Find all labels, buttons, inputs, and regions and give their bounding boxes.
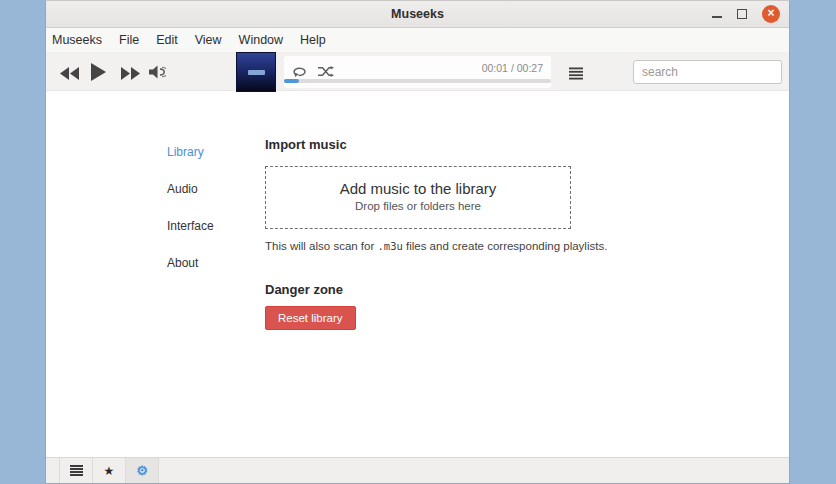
- shuffle-icon: [318, 66, 334, 77]
- menu-file[interactable]: File: [119, 33, 139, 47]
- settings-nav-about[interactable]: About: [167, 256, 214, 270]
- menu-museeks[interactable]: Museeks: [52, 33, 102, 47]
- album-art-thumbnail: [236, 52, 276, 92]
- settings-nav-interface[interactable]: Interface: [167, 219, 214, 233]
- gear-icon: ⚙: [136, 464, 148, 477]
- maximize-button[interactable]: [737, 9, 747, 19]
- play-icon: [90, 63, 106, 81]
- menubar: Museeks File Edit View Window Help: [46, 28, 789, 53]
- play-button[interactable]: [90, 63, 106, 85]
- next-track-icon: [120, 67, 140, 80]
- scan-note: This will also scan for .m3u files and c…: [265, 240, 607, 252]
- next-track-button[interactable]: [120, 66, 140, 84]
- danger-zone-heading: Danger zone: [265, 282, 343, 297]
- scan-note-filetype: .m3u: [377, 240, 402, 252]
- reset-library-button[interactable]: Reset library: [265, 306, 356, 330]
- import-music-heading: Import music: [265, 137, 347, 152]
- seek-bar[interactable]: [284, 79, 551, 83]
- queue-list-icon: [569, 67, 583, 80]
- settings-nav: Library Audio Interface About: [167, 145, 214, 293]
- search-input[interactable]: [633, 60, 782, 84]
- scan-note-prefix: This will also scan for: [265, 240, 377, 252]
- settings-page: Library Audio Interface About Import mus…: [46, 91, 789, 457]
- window-controls: ×: [712, 1, 780, 27]
- settings-nav-audio[interactable]: Audio: [167, 182, 214, 196]
- menu-edit[interactable]: Edit: [156, 33, 178, 47]
- footer-toolbar: ★ ⚙: [46, 457, 789, 483]
- menu-window[interactable]: Window: [239, 33, 283, 47]
- menu-help[interactable]: Help: [300, 33, 326, 47]
- dropzone-subtitle: Drop files or folders here: [266, 200, 570, 212]
- titlebar: Museeks ×: [46, 1, 789, 28]
- repeat-icon: [292, 66, 307, 77]
- player-toolbar: 00:01 / 00:27: [46, 53, 789, 91]
- menu-view[interactable]: View: [195, 33, 222, 47]
- library-list-icon: [70, 465, 83, 476]
- track-info-panel: 00:01 / 00:27: [284, 56, 551, 88]
- volume-icon: [149, 65, 166, 79]
- star-icon: ★: [104, 465, 115, 477]
- library-view-button[interactable]: [59, 458, 93, 483]
- music-dropzone[interactable]: Add music to the library Drop files or f…: [265, 166, 571, 229]
- queue-button[interactable]: [569, 66, 583, 84]
- playlists-view-button[interactable]: ★: [92, 458, 126, 483]
- volume-button[interactable]: [149, 65, 166, 83]
- museeks-window: Museeks × Museeks File Edit View Window …: [45, 0, 790, 484]
- previous-track-icon: [60, 67, 80, 80]
- previous-track-button[interactable]: [60, 66, 80, 84]
- settings-nav-library[interactable]: Library: [167, 145, 214, 159]
- settings-view-button[interactable]: ⚙: [125, 458, 159, 483]
- album-art-label: [248, 70, 265, 75]
- dropzone-title: Add music to the library: [266, 180, 570, 197]
- seek-bar-fill: [284, 79, 299, 83]
- window-title: Museeks: [391, 7, 444, 21]
- close-button[interactable]: ×: [762, 5, 780, 23]
- scan-note-suffix: files and create corresponding playlists…: [403, 240, 608, 252]
- playback-time: 00:01 / 00:27: [482, 62, 543, 74]
- minimize-button[interactable]: [712, 16, 722, 18]
